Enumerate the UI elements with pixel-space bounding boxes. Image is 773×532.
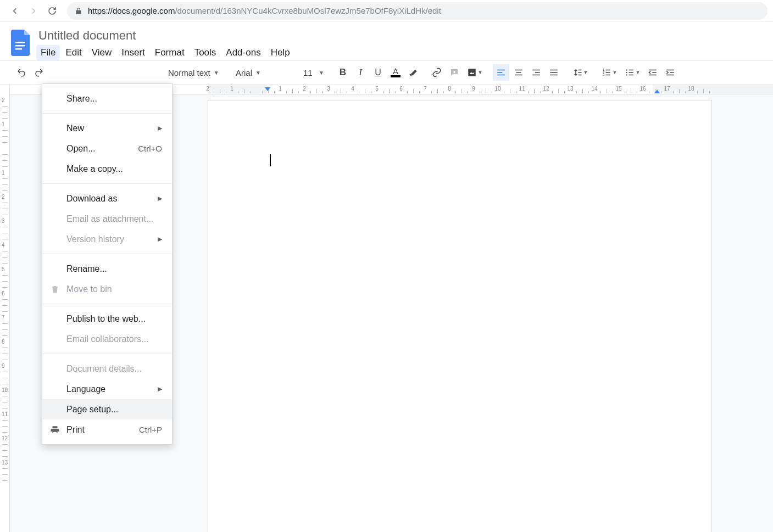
ruler-label: 1 xyxy=(230,86,233,92)
url-path: /document/d/163nNYCu4kCvrxe8buMOsl7ewzJm… xyxy=(175,6,441,15)
bold-icon: B xyxy=(340,67,346,78)
url-bar[interactable]: https://docs.google.com/document/d/163nN… xyxy=(67,2,768,20)
menu-insert[interactable]: Insert xyxy=(117,45,149,60)
caret-down-icon: ▼ xyxy=(583,70,588,75)
ruler-label: 14 xyxy=(591,86,597,92)
trash-icon xyxy=(50,284,60,294)
increase-indent-button[interactable] xyxy=(662,64,679,81)
insert-comment-button[interactable] xyxy=(446,64,463,81)
print-icon xyxy=(50,425,60,435)
font-select[interactable]: Arial ▼ xyxy=(232,64,293,81)
file-menu-item-email-as-attachment: Email as attachment... xyxy=(42,209,172,229)
underline-button[interactable]: U xyxy=(370,64,386,81)
numbered-list-button[interactable]: 123 ▼ xyxy=(598,64,620,81)
file-menu-item-page-setup[interactable]: Page setup... xyxy=(42,399,172,419)
underline-icon: U xyxy=(375,68,381,77)
insert-image-button[interactable]: ▼ xyxy=(464,64,486,81)
ruler-label: 16 xyxy=(639,86,646,92)
align-right-button[interactable] xyxy=(528,64,544,81)
line-spacing-icon xyxy=(572,68,582,77)
menu-item-label: Publish to the web... xyxy=(66,314,146,324)
ruler-label: 1 xyxy=(2,170,5,176)
file-menu-item-download-as[interactable]: Download as▶ xyxy=(42,188,172,209)
browser-forward-button[interactable] xyxy=(24,2,43,20)
font-size-select[interactable]: 11 ▼ xyxy=(300,64,327,81)
file-menu-dropdown: Share...New▶Open...Ctrl+OMake a copy...D… xyxy=(42,83,173,445)
menu-view[interactable]: View xyxy=(87,45,116,60)
menu-item-label: Language xyxy=(66,384,105,394)
align-justify-button[interactable] xyxy=(546,64,562,81)
bulleted-list-button[interactable]: ▼ xyxy=(621,64,643,81)
insert-link-button[interactable] xyxy=(429,64,445,81)
bold-button[interactable]: B xyxy=(335,64,351,81)
redo-icon xyxy=(34,68,44,77)
align-center-button[interactable] xyxy=(510,64,527,81)
menu-item-label: Share... xyxy=(66,94,97,104)
redo-button[interactable] xyxy=(31,64,47,81)
browser-back-button[interactable] xyxy=(5,2,24,20)
font-size-value: 11 xyxy=(303,68,313,77)
font-value: Arial xyxy=(236,68,252,77)
highlight-button[interactable] xyxy=(405,64,421,81)
document-title[interactable]: Untitled document xyxy=(36,26,768,44)
docs-logo[interactable] xyxy=(10,29,32,57)
align-left-button[interactable] xyxy=(493,64,509,81)
right-indent-marker[interactable] xyxy=(654,89,660,94)
menu-item-label: Email collaborators... xyxy=(66,334,148,344)
menu-file[interactable]: File xyxy=(36,45,60,60)
ruler-label: 2 xyxy=(2,194,5,200)
file-menu-item-make-a-copy[interactable]: Make a copy... xyxy=(42,159,172,179)
align-justify-icon xyxy=(549,68,559,77)
ruler-label: 2 xyxy=(303,86,306,92)
caret-down-icon: ▼ xyxy=(613,70,618,75)
file-menu-item-share[interactable]: Share... xyxy=(42,88,172,109)
caret-down-icon: ▼ xyxy=(636,70,641,75)
vertical-ruler[interactable]: 2112345678910111213 xyxy=(0,85,10,532)
left-indent-marker[interactable] xyxy=(264,87,271,92)
ruler-label: 6 xyxy=(399,86,403,92)
file-menu-item-new[interactable]: New▶ xyxy=(42,118,172,138)
align-right-icon xyxy=(531,68,541,77)
numbered-list-icon: 123 xyxy=(602,68,611,77)
arrow-right-icon xyxy=(29,6,38,16)
svg-rect-1 xyxy=(15,45,25,47)
ruler-label: 2 xyxy=(206,86,209,92)
submenu-arrow-icon: ▶ xyxy=(158,125,162,132)
file-menu-item-rename[interactable]: Rename... xyxy=(42,259,172,279)
menu-addons[interactable]: Add-ons xyxy=(221,45,265,60)
file-menu-item-print[interactable]: PrintCtrl+P xyxy=(42,419,172,440)
line-spacing-button[interactable]: ▼ xyxy=(569,64,591,81)
text-color-button[interactable]: A xyxy=(387,64,404,81)
menu-help[interactable]: Help xyxy=(266,45,294,60)
comment-icon xyxy=(449,68,459,77)
menu-format[interactable]: Format xyxy=(151,45,189,60)
undo-button[interactable] xyxy=(13,64,30,81)
file-menu-item-open[interactable]: Open...Ctrl+O xyxy=(42,138,172,159)
reload-icon xyxy=(47,6,57,16)
caret-down-icon: ▼ xyxy=(478,70,483,75)
ruler-label: 11 xyxy=(2,411,8,417)
undo-icon xyxy=(16,68,26,77)
decrease-indent-icon xyxy=(648,68,658,77)
italic-icon: I xyxy=(359,67,362,78)
file-menu-item-language[interactable]: Language▶ xyxy=(42,379,172,399)
file-menu-item-publish-to-the-web[interactable]: Publish to the web... xyxy=(42,309,172,329)
paragraph-style-select[interactable]: Normal text ▼ xyxy=(165,64,225,81)
file-menu-item-version-history: Version history▶ xyxy=(42,229,172,249)
ruler-label: 8 xyxy=(2,339,5,345)
svg-rect-0 xyxy=(15,42,25,43)
decrease-indent-button[interactable] xyxy=(644,64,661,81)
document-page[interactable] xyxy=(208,100,712,532)
link-icon xyxy=(432,68,442,77)
menu-tools[interactable]: Tools xyxy=(190,45,221,60)
ruler-label: 1 xyxy=(279,86,282,92)
svg-point-9 xyxy=(626,74,627,75)
menu-item-label: Download as xyxy=(66,194,118,204)
italic-button[interactable]: I xyxy=(352,64,369,81)
file-menu-item-document-details: Document details... xyxy=(42,359,172,379)
svg-point-7 xyxy=(626,69,627,70)
menu-edit[interactable]: Edit xyxy=(61,45,86,60)
browser-reload-button[interactable] xyxy=(43,2,62,20)
ruler-label: 5 xyxy=(2,266,5,272)
ruler-label: 17 xyxy=(664,86,670,92)
